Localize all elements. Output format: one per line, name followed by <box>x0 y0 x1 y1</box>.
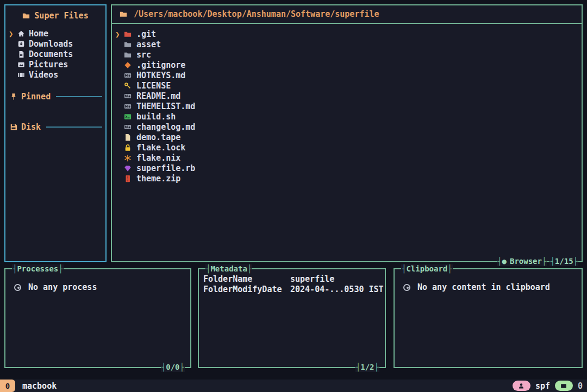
markdown-icon <box>124 103 132 110</box>
empty-state-icon <box>14 284 21 291</box>
metadata-key: FolderModifyDate <box>203 284 290 294</box>
folder-icon <box>124 51 132 59</box>
videos-icon <box>17 71 25 79</box>
file-name: .gitignore <box>136 60 185 70</box>
pinned-section-label: Pinned <box>21 92 51 102</box>
metadata-counter-tag: ┤1/2├ <box>355 363 379 372</box>
file-name: theme.zip <box>136 174 180 184</box>
section-divider <box>56 96 102 97</box>
hostname-label: macbook <box>22 381 57 391</box>
file-row[interactable]: src <box>112 49 582 60</box>
file-row[interactable]: THEMELIST.md <box>112 101 582 111</box>
sidebar-item-videos[interactable]: Videos <box>5 69 105 80</box>
documents-icon <box>17 50 25 58</box>
file-name: asset <box>136 40 161 49</box>
file-row[interactable]: flake.nix <box>112 153 582 163</box>
metadata-row: FolderNamesuperfile <box>203 274 380 284</box>
downloads-icon <box>17 40 25 48</box>
clipboard-title: Clipboard <box>406 264 447 273</box>
file-name: flake.nix <box>136 153 180 163</box>
markdown-icon <box>124 92 132 100</box>
file-row[interactable]: theme.zip <box>112 173 582 184</box>
sidebar-panel: Super Files ❯HomeDownloadsDocumentsPictu… <box>4 4 107 262</box>
sidebar-section-pinned: Pinned <box>5 92 105 102</box>
key-icon <box>124 82 132 90</box>
terminal-icon <box>560 383 567 389</box>
nix-icon <box>124 154 132 162</box>
file-row[interactable]: demo.tape <box>112 132 582 142</box>
file-row[interactable]: LICENSE <box>112 80 582 91</box>
file-counter-tag: ┤1/15├ <box>549 257 578 266</box>
mode-tag: ┤●Browser├ <box>497 257 547 266</box>
sidebar-item-label: Videos <box>29 70 58 80</box>
markdown-icon <box>124 72 132 79</box>
cursor-indicator: ❯ <box>9 29 17 38</box>
sidebar-item-downloads[interactable]: Downloads <box>5 39 105 49</box>
pictures-icon <box>17 61 25 68</box>
file-row[interactable]: build.sh <box>112 111 582 122</box>
file-row[interactable]: .gitignore <box>112 60 582 70</box>
file-row[interactable]: flake.lock <box>112 142 582 153</box>
metadata-title: Metadata <box>210 264 247 273</box>
processes-counter-tag: ┤0/0├ <box>161 363 185 372</box>
file-counter: 1/15 <box>555 257 573 265</box>
app-name-label: spf <box>535 381 550 391</box>
file-name: README.md <box>136 91 180 101</box>
sidebar-item-documents[interactable]: Documents <box>5 49 105 59</box>
file-browser-panel: /Users/macbook/Desktop/Anshuman/Software… <box>111 4 583 262</box>
file-name: build.sh <box>136 112 176 122</box>
file-row[interactable]: asset <box>112 39 582 49</box>
file-list: ❯.gitassetsrc.gitignoreHOTKEYS.mdLICENSE… <box>112 24 582 184</box>
sidebar-section-disk: Disk <box>5 122 105 132</box>
file-name: src <box>136 50 151 60</box>
diamond-icon <box>124 61 132 69</box>
browser-footer: ┤●Browser├ ┤1/15├ <box>497 257 578 266</box>
metadata-title-tag: ┤Metadata├ <box>205 264 252 274</box>
app-title: Super Files <box>34 11 88 21</box>
file-row[interactable]: README.md <box>112 91 582 101</box>
zip-icon <box>124 175 132 182</box>
file-name: demo.tape <box>136 132 180 142</box>
file-name: flake.lock <box>136 143 185 153</box>
status-bar: 0 macbook spf 0 <box>0 380 587 392</box>
file-row[interactable]: superfile.rb <box>112 163 582 173</box>
metadata-value: 2024-04-...0530 IST <box>290 284 384 294</box>
markdown-icon <box>124 123 132 131</box>
error-count-badge: 0 <box>0 380 15 392</box>
file-row[interactable]: changelog.md <box>112 122 582 132</box>
clipboard-empty-text: No any content in clipboard <box>417 282 550 292</box>
processes-title-tag: ┤Processes├ <box>12 264 64 274</box>
sidebar-items: ❯HomeDownloadsDocumentsPicturesVideos <box>5 28 105 80</box>
folder-icon <box>124 30 132 38</box>
processes-empty-text: No any process <box>28 282 97 292</box>
sidebar-item-label: Documents <box>29 49 73 59</box>
processes-counter: 0/0 <box>166 363 179 371</box>
file-name: superfile.rb <box>136 163 195 173</box>
sidebar-item-pictures[interactable]: Pictures <box>5 59 105 69</box>
path-bar: /Users/macbook/Desktop/Anshuman/Software… <box>112 5 582 24</box>
home-icon <box>17 30 25 37</box>
sidebar-title: Super Files <box>5 11 105 21</box>
file-row[interactable]: ❯.git <box>112 29 582 39</box>
status-right-cluster: spf 0 <box>513 381 587 391</box>
current-path: /Users/macbook/Desktop/Anshuman/Software… <box>134 9 379 19</box>
clipboard-panel: ┤Clipboard├ No any content in clipboard <box>394 268 583 368</box>
gem-icon <box>124 165 132 172</box>
folder-icon <box>124 41 132 48</box>
metadata-counter: 1/2 <box>360 363 374 371</box>
disk-icon <box>10 123 17 131</box>
sidebar-item-label: Pictures <box>29 60 68 69</box>
file-name: HOTKEYS.md <box>136 71 185 80</box>
sidebar-item-label: Downloads <box>29 39 73 49</box>
metadata-row: FolderModifyDate2024-04-...0530 IST <box>203 284 380 294</box>
lock-icon <box>124 144 132 151</box>
sidebar-item-home[interactable]: ❯Home <box>5 28 105 39</box>
disk-section-label: Disk <box>21 122 41 132</box>
file-name: changelog.md <box>136 122 195 132</box>
empty-state-icon <box>403 284 410 291</box>
mode-label: Browser <box>510 257 542 265</box>
file-name: .git <box>136 29 156 39</box>
file-icon <box>124 134 132 141</box>
folder-icon <box>22 12 30 20</box>
file-row[interactable]: HOTKEYS.md <box>112 70 582 80</box>
